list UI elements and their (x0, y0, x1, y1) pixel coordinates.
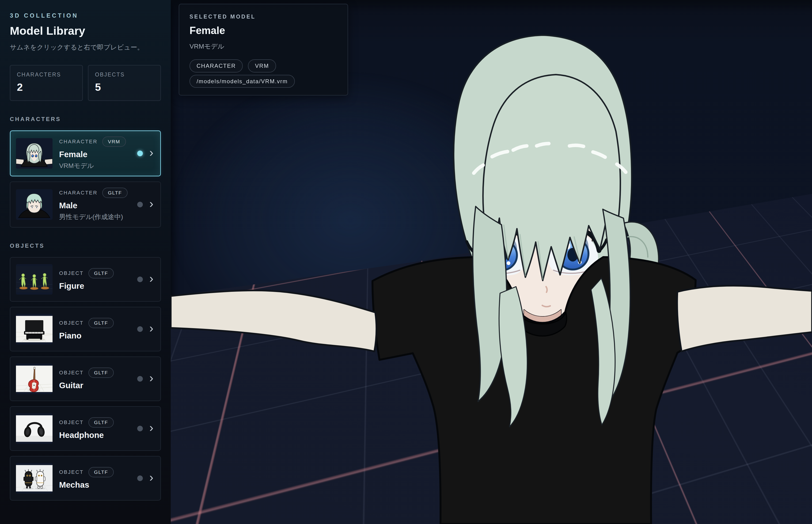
model-thumbnail (16, 463, 52, 493)
chevron-right-icon[interactable]: › (149, 197, 153, 210)
stat-card: CHARACTERS 2 (10, 65, 83, 101)
mechas-thumbnail-art (16, 463, 52, 493)
model-thumbnail (16, 314, 52, 344)
male-thumbnail-art (16, 189, 52, 220)
model-kind-label: OBJECT (59, 469, 84, 475)
model-name: Male (59, 201, 131, 210)
selected-model-tag-character: CHARACTER (189, 59, 243, 72)
chevron-right-icon[interactable]: › (149, 146, 153, 159)
model-description: VRMモデル (59, 161, 131, 170)
model-format-badge: GLTF (88, 467, 114, 477)
model-name: Headphone (59, 430, 131, 440)
model-thumbnail (16, 413, 52, 444)
status-dot-icon (137, 475, 143, 481)
female-thumbnail-art (16, 138, 52, 169)
selected-model-panel: SELECTED MODEL Female VRMモデル CHARACTERVR… (179, 4, 348, 96)
model-card-list: CHARACTER VRM Female VRMモデル › (10, 130, 161, 228)
model-thumbnail (16, 363, 52, 394)
stat-value: 2 (17, 81, 76, 93)
model-format-badge: VRM (102, 136, 126, 147)
selected-model-description: VRMモデル (189, 42, 337, 51)
model-card-list: OBJECT GLTF Figure › OBJECT GLTF (10, 257, 161, 501)
model-format-badge: GLTF (88, 417, 114, 428)
model-kind-label: OBJECT (59, 270, 84, 276)
status-dot-icon (137, 326, 143, 332)
model-format-badge: GLTF (102, 187, 128, 198)
selected-model-path-badge: /models/models_data/VRM.vrm (189, 78, 295, 85)
selected-model-path: /models/models_data/VRM.vrm (189, 75, 295, 88)
stat-card: OBJECTS 5 (88, 65, 161, 101)
model-card-male[interactable]: CHARACTER GLTF Male 男性モデル(作成途中) › (10, 182, 161, 228)
chevron-right-icon[interactable]: › (149, 372, 153, 384)
model-card-piano[interactable]: OBJECT GLTF Piano › (10, 307, 161, 351)
piano-thumbnail-art (16, 314, 52, 344)
model-section: OBJECTS (10, 243, 161, 501)
model-name: Guitar (59, 381, 131, 390)
model-section: CHARACTERS CHARACTER VRM Female VRM (10, 116, 161, 228)
sections-container: CHARACTERS CHARACTER VRM Female VRM (10, 116, 161, 501)
viewport-3d-canvas[interactable]: SELECTED MODEL Female VRMモデル CHARACTERVR… (171, 0, 812, 524)
model-name: Mechas (59, 480, 131, 490)
status-dot-icon (137, 277, 143, 282)
status-dot-icon (137, 202, 143, 207)
model-kind-label: OBJECT (59, 370, 84, 376)
stat-value: 5 (95, 81, 154, 93)
model-card-guitar[interactable]: OBJECT GLTF Guitar › (10, 357, 161, 401)
model-thumbnail (16, 264, 52, 295)
stats-row: CHARACTERS 2 OBJECTS 5 (10, 65, 161, 101)
chevron-right-icon[interactable]: › (149, 422, 153, 434)
collection-eyebrow: 3D COLLECTION (10, 12, 161, 19)
section-label: OBJECTS (10, 243, 161, 249)
model-card-mechas[interactable]: OBJECT GLTF Mechas › (10, 456, 161, 501)
section-label: CHARACTERS (10, 116, 161, 122)
model-name: Female (59, 150, 131, 159)
model-card-figure[interactable]: OBJECT GLTF Figure › (10, 257, 161, 301)
model-format-badge: GLTF (88, 367, 114, 378)
selected-model-tag-vrm: VRM (248, 59, 276, 72)
selected-model-name: Female (189, 24, 337, 36)
model-name: Piano (59, 331, 131, 340)
model-format-badge: GLTF (88, 268, 114, 278)
figure-thumbnail-art (16, 264, 52, 295)
stat-label: CHARACTERS (17, 71, 76, 78)
selected-model-tags: CHARACTERVRM (189, 59, 337, 72)
status-dot-icon (137, 376, 143, 382)
stat-label: OBJECTS (95, 71, 154, 78)
model-kind-label: OBJECT (59, 320, 84, 326)
model-card-female[interactable]: CHARACTER VRM Female VRMモデル › (10, 130, 161, 176)
model-format-badge: GLTF (88, 318, 114, 328)
chevron-right-icon[interactable]: › (149, 272, 153, 284)
model-kind-label: OBJECT (59, 420, 84, 425)
status-dot-icon (137, 426, 143, 431)
model-name: Figure (59, 281, 131, 291)
model-library-sidebar: 3D COLLECTION Model Library サムネをクリックすると右… (0, 0, 171, 524)
model-thumbnail (16, 189, 52, 220)
page-title: Model Library (10, 24, 161, 37)
model-thumbnail (16, 138, 52, 169)
model-card-headphone[interactable]: OBJECT GLTF Headphone › (10, 406, 161, 451)
chevron-right-icon[interactable]: › (149, 322, 153, 334)
model-description: 男性モデル(作成途中) (59, 213, 131, 222)
model-kind-label: CHARACTER (59, 138, 98, 145)
selected-model-label: SELECTED MODEL (189, 14, 337, 20)
guitar-thumbnail-art (16, 363, 52, 394)
status-dot-icon (137, 151, 143, 156)
chevron-right-icon[interactable]: › (149, 471, 153, 484)
model-kind-label: CHARACTER (59, 190, 98, 196)
headphone-thumbnail-art (16, 413, 52, 444)
page-subtitle: サムネをクリックすると右で即プレビュー。 (10, 43, 161, 52)
